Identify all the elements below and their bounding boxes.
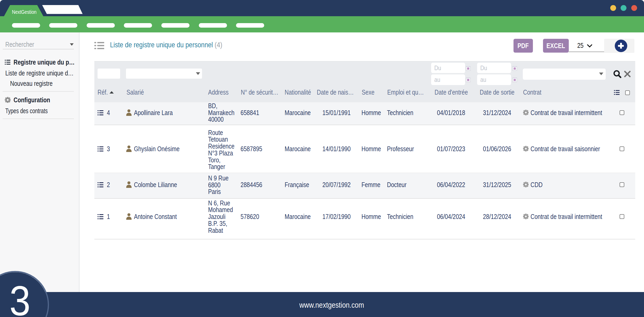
svg-text:3: 3: [9, 277, 30, 317]
